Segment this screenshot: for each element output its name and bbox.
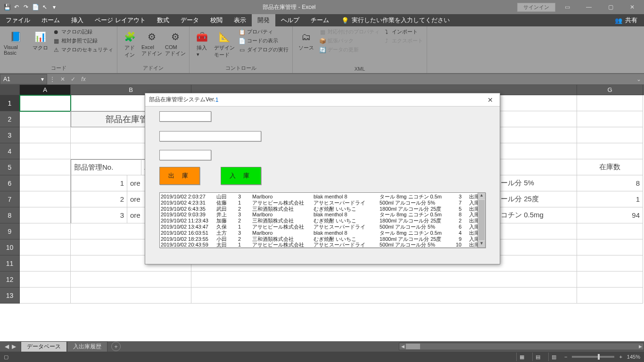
row-header[interactable]: 12 <box>0 272 20 288</box>
scroll-thumb[interactable] <box>479 200 485 240</box>
zoom-in-icon[interactable]: + <box>619 354 622 360</box>
cell-stock[interactable]: 1 <box>577 191 643 207</box>
page-break-icon[interactable]: ▥ <box>548 353 560 361</box>
properties-button[interactable]: 📋プロパティ <box>239 28 289 35</box>
scroll-up-icon[interactable]: ▲ <box>478 193 485 199</box>
row-header[interactable]: 10 <box>0 239 20 255</box>
add-sheet-button[interactable]: ＋ <box>111 342 121 351</box>
list-item[interactable]: 2019/10/02 13:43:47久保1アサヒビール株式会社アサヒスーパード… <box>161 224 484 230</box>
ribbon-tab[interactable]: 校閲 <box>205 14 228 26</box>
cell-stock[interactable]: 94 <box>577 207 643 223</box>
tellme[interactable]: 💡 実行したい作業を入力してください <box>341 16 450 25</box>
row-header[interactable]: 7 <box>0 191 20 207</box>
select-all-button[interactable] <box>0 85 20 95</box>
list-item[interactable]: 2019/10/02 2:03:27山田3Marlboroblak mentho… <box>161 194 484 200</box>
row-header[interactable]: 4 <box>0 143 20 159</box>
cell-no[interactable]: 3 <box>71 207 127 223</box>
page-layout-icon[interactable]: ▤ <box>532 353 544 361</box>
macros-button[interactable]: 📊マクロ <box>31 28 49 51</box>
cell-detail[interactable]: ール分 25度 <box>498 191 577 207</box>
formula-input[interactable] <box>89 74 634 84</box>
col-header[interactable]: A <box>20 85 71 95</box>
row-header[interactable]: 9 <box>0 223 20 239</box>
dialog-titlebar[interactable]: 部品在庫管理システムVer.1 ✕ <box>145 93 500 107</box>
visual-basic-button[interactable]: 📘Visual Basic <box>4 28 27 56</box>
ribbon-tab[interactable]: ホーム <box>36 14 66 26</box>
dialog-close-icon[interactable]: ✕ <box>485 96 496 104</box>
com-addins-button[interactable]: ⚙COM アドイン <box>165 28 185 57</box>
ribbon-tab[interactable]: 挿入 <box>66 14 89 26</box>
xml-source-button[interactable]: 🗂ソース <box>297 28 315 51</box>
cell-detail[interactable]: コチン 0.5mg <box>498 207 577 223</box>
cell-no[interactable]: 2 <box>71 191 127 207</box>
in-button[interactable]: 入 庫 <box>221 167 261 185</box>
ribbon-tab[interactable]: データ <box>175 14 205 26</box>
scroll-right-icon[interactable]: ▶ <box>637 344 644 349</box>
maximize-icon[interactable]: ▢ <box>601 0 620 14</box>
input-field-2[interactable] <box>159 131 261 141</box>
ribbon-tab[interactable]: チーム <box>305 14 335 26</box>
row-header[interactable]: 3 <box>0 127 20 143</box>
row-header[interactable]: 13 <box>0 288 20 304</box>
normal-view-icon[interactable]: ▦ <box>516 353 528 361</box>
qat-more-icon[interactable]: ▾ <box>50 3 58 11</box>
excel-addins-button[interactable]: ⚙Excel アドイン <box>142 28 162 57</box>
zoom-level[interactable]: 145% <box>627 354 640 360</box>
import-button[interactable]: ⤵インポート <box>383 28 423 35</box>
sheet-tab-database[interactable]: データベース <box>21 341 67 352</box>
tab-prev-icon[interactable]: ◀ <box>5 343 9 350</box>
cell-A1[interactable] <box>20 95 71 111</box>
insert-control-button[interactable]: 🧰挿入▾ <box>193 28 210 58</box>
row-header[interactable]: 2 <box>0 111 20 127</box>
undo-icon[interactable]: ↶ <box>12 3 21 11</box>
list-item[interactable]: 2019/10/02 9:03:39井上3Marlboroblak mentho… <box>161 212 484 218</box>
cell-detail[interactable]: ール分 5% <box>498 175 577 191</box>
zoom-out-icon[interactable]: − <box>564 354 567 360</box>
row-header[interactable]: 1 <box>0 95 20 111</box>
sheet-tab-history[interactable]: 入出庫履歴 <box>67 341 107 352</box>
tab-next-icon[interactable]: ▶ <box>12 343 16 350</box>
name-box[interactable]: A1▾ <box>0 74 47 84</box>
signin-button[interactable]: サインイン <box>517 3 555 12</box>
scroll-thumb[interactable] <box>406 344 420 349</box>
ribbon-tab[interactable]: 表示 <box>228 14 252 26</box>
list-item[interactable]: 2019/10/02 20:43:59太田1アサヒビール株式会社アサヒスーパード… <box>161 242 484 248</box>
run-dialog-button[interactable]: ▭ダイアログの実行 <box>239 46 289 53</box>
view-code-button[interactable]: 📄コードの表示 <box>239 37 289 44</box>
cell-stock[interactable]: 8 <box>577 175 643 191</box>
redo-icon[interactable]: ↷ <box>22 3 30 11</box>
addins-button[interactable]: 🧩アド イン <box>121 28 138 58</box>
touch-mode-icon[interactable]: 📄 <box>31 3 40 11</box>
list-item[interactable]: 2019/10/02 11:23:43加藤2三和酒類株式会社むぎ焼酎 いいちこ1… <box>161 218 484 224</box>
macro-record-icon[interactable]: ▢ <box>4 354 8 360</box>
close-icon[interactable]: ✕ <box>622 0 642 14</box>
fx-icon[interactable]: fx <box>78 76 89 82</box>
row-header[interactable]: 6 <box>0 175 20 191</box>
save-icon[interactable]: 💾 <box>3 3 11 11</box>
list-item[interactable]: 2019/10/02 6:43:35武田2三和酒類株式会社むぎ焼酎 いいちこ18… <box>161 206 484 212</box>
cursor-icon[interactable]: ↖ <box>41 3 49 11</box>
ribbon-tab[interactable]: 開発 <box>252 14 275 26</box>
horizontal-scrollbar[interactable]: ◀ ▶ <box>399 343 644 350</box>
list-item[interactable]: 2019/10/02 18:23:55小田2三和酒類株式会社むぎ焼酎 いいちこ1… <box>161 236 484 242</box>
col-header[interactable]: G <box>577 85 643 95</box>
ribbon-tab[interactable]: ページ レイアウト <box>89 14 151 26</box>
record-macro-button[interactable]: ⏺マクロの記録 <box>53 28 113 35</box>
cell-no[interactable]: 1 <box>71 175 127 191</box>
header-no[interactable]: 部品管理No. <box>71 159 141 175</box>
zoom-slider[interactable] <box>572 356 614 358</box>
minimize-icon[interactable]: — <box>579 0 599 14</box>
expand-fbar-icon[interactable]: ⌄ <box>634 76 644 82</box>
list-item[interactable]: 2019/10/02 4:23:31佐藤1アサヒビール株式会社アサヒスーパードラ… <box>161 200 484 206</box>
listbox-scrollbar[interactable]: ▲ ▼ <box>478 193 485 247</box>
ribbon-display-icon[interactable]: ▭ <box>557 0 577 14</box>
ribbon-tab[interactable]: 数式 <box>151 14 175 26</box>
ribbon-tab[interactable]: ヘルプ <box>275 14 305 26</box>
ribbon-tab[interactable]: ファイル <box>0 14 36 26</box>
row-header[interactable]: 8 <box>0 207 20 223</box>
out-button[interactable]: 出 庫 <box>159 167 200 185</box>
input-field-3[interactable] <box>159 150 211 160</box>
share-button[interactable]: 共有 <box>625 16 637 25</box>
row-header[interactable]: 11 <box>0 255 20 272</box>
name-box-expand-icon[interactable]: ⋮ <box>47 76 58 82</box>
